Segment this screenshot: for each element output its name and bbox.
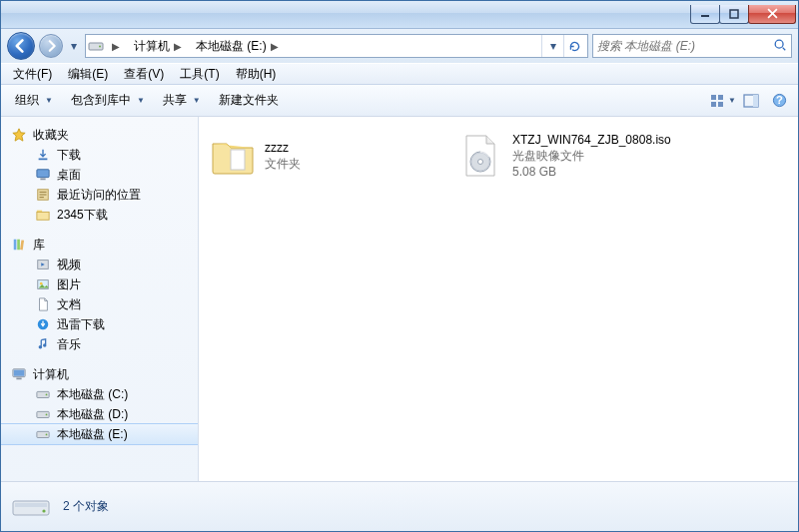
file-item-folder[interactable]: zzzz 文件夹: [207, 127, 446, 185]
tree-label: 2345下载: [57, 207, 108, 224]
tree-label: 本地磁盘 (E:): [57, 426, 128, 443]
xunlei-icon: [35, 316, 51, 332]
svg-rect-15: [40, 179, 45, 181]
svg-rect-14: [37, 170, 49, 178]
breadcrumb-root[interactable]: ▶: [106, 35, 126, 57]
nav-history-dropdown[interactable]: ▾: [67, 35, 81, 57]
tree-item-drive-c[interactable]: 本地磁盘 (C:): [1, 384, 198, 404]
tree-label: 图片: [57, 276, 81, 293]
menu-help[interactable]: 帮助(H): [228, 64, 285, 84]
folder-icon: [35, 207, 51, 223]
breadcrumb-drive-e[interactable]: 本地磁盘 (E:) ▶: [190, 35, 285, 57]
svg-rect-8: [718, 102, 723, 107]
svg-rect-7: [711, 102, 716, 107]
tree-item-drive-d[interactable]: 本地磁盘 (D:): [1, 404, 198, 424]
address-dropdown-button[interactable]: ▾: [541, 35, 563, 57]
svg-point-3: [99, 46, 101, 48]
menu-tools[interactable]: 工具(T): [172, 64, 227, 84]
tree-item-xunlei-downloads[interactable]: 迅雷下载: [1, 314, 198, 334]
search-input[interactable]: [597, 39, 769, 53]
tree-label: 收藏夹: [33, 127, 69, 144]
address-bar[interactable]: ▶ 计算机 ▶ 本地磁盘 (E:) ▶ ▾: [85, 34, 588, 58]
chevron-right-icon: ▶: [271, 41, 279, 52]
tree-head-libraries[interactable]: 库: [1, 235, 198, 255]
toolbar-label: 组织: [15, 92, 39, 109]
navbar: ▾ ▶ 计算机 ▶ 本地磁盘 (E:) ▶ ▾: [1, 29, 798, 63]
tree-label: 下载: [57, 147, 81, 164]
tree-item-drive-e[interactable]: 本地磁盘 (E:): [1, 424, 198, 444]
new-folder-button[interactable]: 新建文件夹: [211, 89, 287, 113]
window-controls: [691, 6, 796, 24]
file-list[interactable]: zzzz 文件夹 XTZJ_WIN764_ZJB_0808: [199, 117, 798, 481]
breadcrumb-label: 计算机: [134, 38, 170, 55]
chevron-down-icon: ▼: [137, 96, 145, 105]
file-type: 文件夹: [265, 156, 301, 172]
svg-rect-30: [16, 378, 21, 380]
include-in-library-button[interactable]: 包含到库中▼: [63, 89, 153, 113]
tree-item-documents[interactable]: 文档: [1, 294, 198, 314]
nav-pane[interactable]: 收藏夹 下载 桌面 最近访问的位置 2345下载 库 视频 图片 文档 迅雷下载…: [1, 117, 199, 481]
picture-icon: [35, 276, 51, 292]
tree-item-videos[interactable]: 视频: [1, 255, 198, 274]
nav-forward-button[interactable]: [39, 34, 63, 58]
download-icon: [35, 147, 51, 163]
folder-icon: [209, 132, 257, 180]
file-size: 5.08 GB: [512, 164, 671, 180]
share-button[interactable]: 共享▼: [155, 89, 209, 113]
toolbar-label: 包含到库中: [71, 92, 131, 109]
view-options-button[interactable]: ▼: [710, 89, 736, 113]
chevron-right-icon: ▶: [112, 41, 120, 52]
maximize-button[interactable]: [719, 5, 749, 24]
file-item-iso[interactable]: XTZJ_WIN764_ZJB_0808.iso 光盘映像文件 5.08 GB: [454, 127, 694, 185]
libraries-icon: [11, 237, 27, 253]
nav-back-button[interactable]: [7, 32, 35, 60]
svg-point-43: [42, 509, 45, 512]
chevron-down-icon: ▼: [193, 96, 201, 105]
svg-rect-13: [39, 159, 48, 161]
tree-label: 库: [33, 237, 45, 254]
organize-button[interactable]: 组织▼: [7, 89, 61, 113]
menu-file[interactable]: 文件(F): [5, 64, 60, 84]
toolbar: 组织▼ 包含到库中▼ 共享▼ 新建文件夹 ▼ ?: [1, 85, 798, 117]
svg-rect-37: [231, 150, 245, 170]
body: 收藏夹 下载 桌面 最近访问的位置 2345下载 库 视频 图片 文档 迅雷下载…: [1, 117, 798, 481]
menu-edit[interactable]: 编辑(E): [60, 64, 116, 84]
chevron-down-icon: ▼: [45, 96, 53, 105]
breadcrumb-computer[interactable]: 计算机 ▶: [128, 35, 188, 57]
help-button[interactable]: ?: [766, 89, 792, 113]
svg-rect-6: [718, 95, 723, 100]
tree-head-favorites[interactable]: 收藏夹: [1, 125, 198, 145]
tree-label: 计算机: [33, 366, 69, 383]
drive-icon: [88, 38, 104, 54]
file-name: XTZJ_WIN764_ZJB_0808.iso: [512, 132, 671, 148]
tree-item-desktop[interactable]: 桌面: [1, 165, 198, 185]
file-item-text: zzzz 文件夹: [265, 140, 301, 172]
details-pane: 2 个对象: [1, 481, 798, 531]
drive-icon: [11, 487, 51, 527]
menubar: 文件(F) 编辑(E) 查看(V) 工具(T) 帮助(H): [1, 63, 798, 85]
svg-point-34: [46, 414, 48, 416]
svg-text:?: ?: [776, 94, 783, 106]
svg-rect-29: [14, 370, 25, 376]
tree-item-2345-downloads[interactable]: 2345下载: [1, 205, 198, 225]
file-name: zzzz: [265, 140, 301, 156]
menu-view[interactable]: 查看(V): [116, 64, 172, 84]
toolbar-label: 共享: [163, 92, 187, 109]
tree-label: 文档: [57, 296, 81, 313]
titlebar: [1, 1, 798, 29]
drive-icon: [35, 426, 51, 442]
svg-point-26: [39, 345, 43, 349]
tree-item-pictures[interactable]: 图片: [1, 274, 198, 294]
minimize-button[interactable]: [690, 5, 720, 24]
tree-item-recent[interactable]: 最近访问的位置: [1, 185, 198, 205]
tree-item-downloads[interactable]: 下载: [1, 145, 198, 165]
preview-pane-button[interactable]: [738, 89, 764, 113]
search-box[interactable]: [592, 34, 792, 58]
addressbar-buttons: ▾: [541, 35, 585, 57]
tree-item-music[interactable]: 音乐: [1, 334, 198, 354]
drive-icon: [35, 386, 51, 402]
toolbar-label: 新建文件夹: [219, 92, 279, 109]
refresh-button[interactable]: [563, 35, 585, 57]
tree-head-computer[interactable]: 计算机: [1, 364, 198, 384]
close-button[interactable]: [748, 5, 796, 24]
